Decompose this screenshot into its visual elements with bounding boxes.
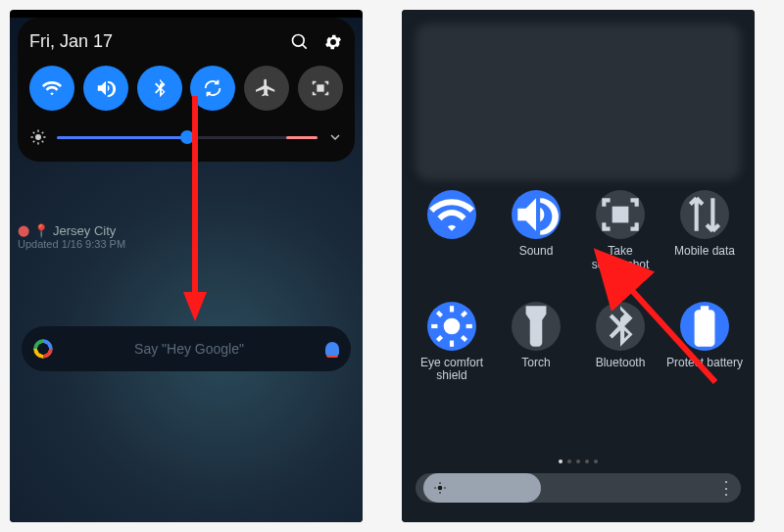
qs-tile-wifi[interactable] [29, 66, 74, 111]
rotate-icon [202, 77, 223, 99]
sound-icon [95, 77, 117, 99]
qs-tile-torch[interactable]: Torch [494, 302, 578, 384]
brightness-fill [423, 473, 541, 503]
weather-location-pin-icon2: 📍 [33, 223, 49, 238]
brightness-slider[interactable] [57, 136, 318, 139]
status-date: Fri, Jan 17 [29, 31, 113, 52]
battery-icon [680, 302, 729, 351]
brightness-slider-row [29, 128, 343, 146]
brightness-icon [433, 481, 447, 495]
qs-tile-rotate[interactable] [190, 66, 235, 111]
qs-tile-label: Mobile data [674, 245, 735, 259]
brightness-slider[interactable]: ⋮ [416, 473, 741, 503]
svg-point-15 [444, 317, 461, 334]
weather-location: Jersey City [53, 223, 116, 238]
torch-icon [512, 302, 561, 351]
qs-tiles-row [29, 66, 343, 111]
qs-tile-airplane[interactable] [244, 66, 289, 111]
gear-icon[interactable] [323, 32, 343, 52]
wifi-icon [427, 190, 476, 239]
page-dot [585, 459, 589, 463]
qs-tile-label: Sound [519, 245, 554, 259]
svg-line-10 [42, 132, 44, 134]
brightness-thumb[interactable] [180, 130, 194, 144]
qs-grid: Sound Take screenshot Mobile data Eye co… [410, 190, 747, 383]
left-phone: ⬤ 📍 Jersey City Updated 1/16 9:33 PM Say… [10, 10, 363, 522]
page-dot [567, 459, 571, 463]
qs-tile-sound[interactable]: Sound [494, 190, 578, 272]
svg-line-21 [462, 336, 466, 340]
brightness-fill [57, 136, 187, 139]
search-icon[interactable] [290, 32, 310, 52]
qs-tile-label: Take screenshot [578, 245, 662, 272]
wifi-icon [41, 77, 63, 99]
qs-tile-eye-comfort[interactable]: Eye comfort shield [410, 302, 494, 384]
qs-tile-label: Eye comfort shield [410, 357, 494, 384]
screenshot-icon [596, 190, 645, 239]
weather-updated: Updated 1/16 9:33 PM [18, 238, 355, 250]
svg-line-1 [303, 44, 307, 48]
page-dot [594, 459, 598, 463]
svg-line-9 [42, 141, 44, 143]
qs-tile-bluetooth[interactable]: Bluetooth [578, 302, 662, 384]
qs-tile-wifi[interactable] [410, 190, 494, 272]
brightness-icon [29, 128, 47, 146]
qs-tile-protect-battery[interactable]: Protect battery [662, 302, 747, 384]
quick-settings-panel: Fri, Jan 17 [18, 18, 355, 162]
google-search-bar[interactable]: Say "Hey Google" [22, 326, 351, 371]
svg-point-0 [293, 34, 305, 46]
qs-tile-label: Bluetooth [596, 357, 646, 370]
qs-tile-label: Torch [521, 357, 550, 370]
qs-tile-sound[interactable] [83, 66, 128, 111]
svg-line-8 [33, 132, 35, 134]
google-mic-icon[interactable] [325, 342, 339, 356]
bluetooth-icon [149, 77, 171, 99]
location-pin-icon: ⬤ [18, 224, 29, 237]
eye-comfort-icon [427, 302, 476, 351]
right-phone: Sound Take screenshot Mobile data Eye co… [402, 10, 755, 522]
qs-tile-label: Protect battery [666, 357, 743, 370]
page-indicator [402, 459, 755, 463]
quick-settings-panel-expanded: Sound Take screenshot Mobile data Eye co… [402, 10, 755, 522]
mobile-data-icon [680, 190, 729, 239]
google-logo-icon [33, 339, 53, 359]
brightness-auto-segment [286, 136, 318, 139]
airplane-icon [256, 77, 277, 99]
bluetooth-icon [596, 302, 645, 351]
svg-rect-2 [318, 85, 323, 91]
blurred-notification-card [416, 24, 741, 180]
svg-line-23 [437, 336, 441, 340]
svg-line-20 [437, 312, 441, 315]
qs-tile-bluetooth[interactable] [137, 66, 182, 111]
svg-point-24 [438, 486, 443, 491]
sound-icon [512, 190, 561, 239]
google-hint-text: Say "Hey Google" [63, 341, 316, 357]
more-icon[interactable]: ⋮ [717, 477, 733, 499]
svg-line-22 [462, 312, 466, 315]
expand-chevron-icon[interactable] [327, 129, 343, 145]
homescreen-weather-widget: ⬤ 📍 Jersey City Updated 1/16 9:33 PM [18, 223, 355, 250]
svg-rect-14 [614, 209, 627, 221]
page-dot [559, 459, 563, 463]
svg-point-3 [35, 134, 41, 140]
qs-tile-take-screenshot[interactable]: Take screenshot [578, 190, 662, 272]
qs-tile-screenshot[interactable] [298, 66, 343, 111]
qs-tile-mobile-data[interactable]: Mobile data [662, 190, 747, 272]
svg-line-11 [33, 141, 35, 143]
screenshot-icon [310, 77, 331, 99]
page-dot [576, 459, 580, 463]
